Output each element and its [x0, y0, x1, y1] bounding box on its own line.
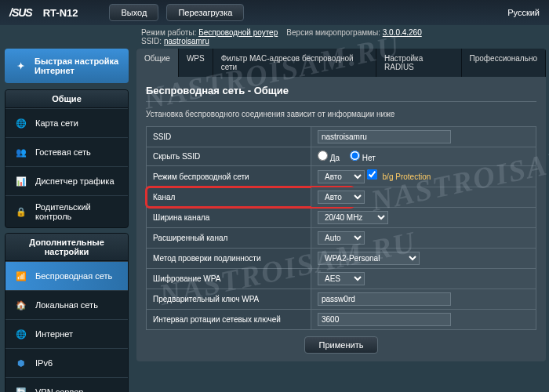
tab-radius[interactable]: Настройка RADIUS [376, 49, 462, 77]
panel-title: Беспроводная сеть - Общие [146, 85, 536, 102]
settings-panel: Беспроводная сеть - Общие Установка бесп… [136, 77, 546, 361]
row-label-channel: Канал [147, 187, 311, 208]
wand-icon: ✦ [13, 58, 28, 74]
channel-select[interactable]: Авто [318, 191, 365, 204]
fw-link[interactable]: 3.0.0.4.260 [383, 28, 422, 37]
row-label-encryption: Шифрование WPA [147, 269, 311, 289]
lock-icon: 🔒 [13, 204, 29, 220]
row-label-mode: Режим беспроводной сети [147, 166, 311, 187]
brand-logo: /SUS [9, 6, 32, 19]
wifi-icon: 📶 [13, 268, 29, 284]
language-selector[interactable]: Русский [507, 8, 540, 17]
panel-description: Установка беспроводного соединения завис… [146, 110, 536, 118]
sidebar-item-label: Интернет [35, 329, 73, 339]
sidebar-item-label: IPv6 [35, 358, 53, 368]
sidebar-item-label: Локальная сеть [35, 300, 98, 310]
content-area: Общие WPS Фильтр MAC-адресов беспроводно… [133, 49, 549, 392]
sidebar-item-guest-network[interactable]: 👥 Гостевая сеть [5, 137, 128, 166]
row-label-bandwidth: Ширина канала [147, 208, 311, 228]
sidebar-item-wan[interactable]: 🌐 Интернет [5, 319, 128, 348]
encryption-select[interactable]: AES [318, 272, 365, 285]
rekey-input[interactable] [318, 313, 451, 326]
tab-professional[interactable]: Профессионально [462, 49, 546, 77]
bg-protection-label: b/g Protection [383, 172, 431, 181]
hide-ssid-yes[interactable]: Да [318, 154, 340, 162]
info-bar: Режим работы: Беспроводной роутер Версия… [0, 25, 549, 49]
meter-icon: 📊 [13, 173, 29, 189]
vpn-icon: 🔄 [13, 384, 29, 392]
sidebar-item-label: Гостевая сеть [35, 147, 91, 157]
sidebar-advanced-header: Дополнительные настройки [5, 234, 128, 261]
quick-setup-button[interactable]: ✦ Быстрая настройка Интернет [5, 49, 129, 83]
row-label-rekey: Интервал ротации сетевых ключей [147, 310, 311, 330]
reboot-button[interactable]: Перезагрузка [166, 4, 244, 21]
row-label-psk: Предварительный ключ WPA [147, 289, 311, 310]
globe-icon: 🌐 [13, 115, 29, 131]
fw-label: Версия микропрограммы: [286, 28, 380, 37]
sidebar-item-ipv6[interactable]: ⬢ IPv6 [5, 348, 128, 377]
sidebar-item-label: Родительский контроль [35, 202, 120, 221]
logout-button[interactable]: Выход [109, 4, 158, 21]
sidebar-item-lan[interactable]: 🏠 Локальная сеть [5, 290, 128, 319]
tab-general[interactable]: Общие [136, 49, 179, 77]
ipv6-icon: ⬢ [13, 355, 29, 371]
sidebar: ✦ Быстрая настройка Интернет Общие 🌐 Кар… [0, 49, 133, 392]
ssid-input[interactable] [318, 130, 451, 143]
ssid-link[interactable]: nastroisamru [164, 37, 209, 45]
tab-bar: Общие WPS Фильтр MAC-адресов беспроводно… [136, 49, 546, 77]
model-name: RT-N12 [43, 7, 78, 19]
row-label-ssid: SSID [147, 127, 311, 147]
sidebar-general-header: Общие [5, 90, 128, 108]
sidebar-item-vpn[interactable]: 🔄 VPN сервер [5, 377, 128, 392]
people-icon: 👥 [13, 144, 29, 160]
mode-link[interactable]: Беспроводной роутер [198, 28, 278, 37]
row-label-ext-channel: Расширенный канал [147, 228, 311, 249]
auth-select[interactable]: WPA2-Personal [318, 252, 420, 265]
top-bar: /SUS RT-N12 Выход Перезагрузка Русский [0, 0, 549, 25]
mode-select[interactable]: Авто [318, 170, 365, 183]
sidebar-item-label: Беспроводная сеть [35, 271, 112, 281]
settings-table: SSID Скрыть SSID Да Нет Режим беспроводн… [146, 126, 536, 330]
sidebar-advanced-group: Дополнительные настройки 📶 Беспроводная … [5, 233, 129, 392]
quick-setup-label: Быстрая настройка Интернет [35, 56, 121, 75]
row-label-hide-ssid: Скрыть SSID [147, 147, 311, 166]
sidebar-item-network-map[interactable]: 🌐 Карта сети [5, 108, 128, 137]
tab-wps[interactable]: WPS [179, 49, 213, 77]
sidebar-item-parental-control[interactable]: 🔒 Родительский контроль [5, 195, 128, 227]
hide-ssid-no[interactable]: Нет [350, 154, 376, 162]
psk-input[interactable] [318, 292, 451, 306]
bandwidth-select[interactable]: 20/40 MHz [318, 211, 388, 224]
row-label-auth: Метод проверки подлинности [147, 249, 311, 269]
apply-button[interactable]: Применить [304, 336, 379, 354]
sidebar-item-label: Диспетчер трафика [35, 176, 115, 186]
sidebar-item-wireless[interactable]: 📶 Беспроводная сеть [5, 261, 128, 290]
ext-channel-select[interactable]: Auto [318, 231, 365, 245]
bg-protection-checkbox[interactable] [367, 169, 377, 180]
sidebar-item-label: Карта сети [35, 118, 78, 128]
globe-icon: 🌐 [13, 326, 29, 342]
home-icon: 🏠 [13, 297, 29, 313]
ssid-label: SSID: [141, 37, 162, 45]
sidebar-item-traffic-manager[interactable]: 📊 Диспетчер трафика [5, 166, 128, 195]
tab-mac-filter[interactable]: Фильтр MAC-адресов беспроводной сети [213, 49, 376, 77]
sidebar-general-group: Общие 🌐 Карта сети 👥 Гостевая сеть 📊 Дис… [5, 89, 129, 228]
mode-label: Режим работы: [141, 28, 196, 37]
sidebar-item-label: VPN сервер [35, 387, 83, 392]
